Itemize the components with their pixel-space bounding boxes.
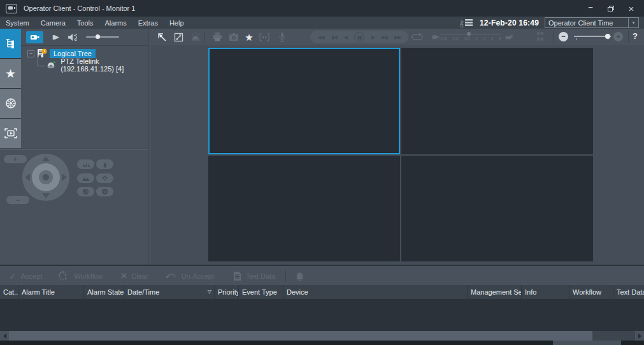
- play-reverse-button[interactable]: ◀: [344, 34, 347, 40]
- column-category[interactable]: Cat...: [0, 285, 18, 299]
- restore-layout-button[interactable]: [154, 30, 169, 44]
- help-button[interactable]: ?: [633, 31, 638, 41]
- ptz-joystick-knob[interactable]: [39, 170, 53, 184]
- fast-forward-button[interactable]: ▶▶: [394, 34, 401, 40]
- scroll-left-button[interactable]: [0, 331, 9, 341]
- close-button[interactable]: ×: [621, 0, 641, 17]
- ptz-zoom-wide-button[interactable]: [77, 159, 94, 169]
- volume-slider[interactable]: [86, 34, 119, 40]
- pause-button[interactable]: ▮▮: [354, 32, 364, 42]
- playback-speed-slider[interactable]: 1/81/41/21248: [431, 31, 513, 43]
- accept-alarm-button[interactable]: ✓ Accept: [9, 272, 42, 281]
- fewer-panes-button[interactable]: −: [559, 32, 568, 41]
- time-source-dropdown[interactable]: Operator Client Time ▾: [545, 17, 639, 28]
- column-management-server[interactable]: Management Server: [467, 285, 521, 299]
- ptz-focus-near-button[interactable]: [96, 173, 113, 183]
- step-forward-button[interactable]: ▶▮: [382, 34, 387, 40]
- rewind-button[interactable]: ◀◀: [318, 34, 324, 40]
- photo-camera-icon: [228, 33, 240, 41]
- close-all-panes-button[interactable]: ××××: [533, 31, 547, 42]
- menu-tools[interactable]: Tools: [71, 19, 99, 27]
- column-device[interactable]: Device: [283, 285, 467, 299]
- scroll-right-button[interactable]: [635, 331, 644, 341]
- triangle-left-icon: [3, 334, 6, 339]
- ptz-focus-far-button[interactable]: [77, 173, 94, 183]
- tab-favorites[interactable]: ★: [0, 59, 21, 88]
- camera-icon: [30, 34, 40, 41]
- ptz-joystick[interactable]: [22, 154, 69, 201]
- instant-playback-icon[interactable]: ▮▶: [52, 34, 59, 40]
- image-pane-3[interactable]: [208, 156, 400, 262]
- tab-image-pane[interactable]: [0, 119, 21, 148]
- menu-extras[interactable]: Extras: [132, 19, 164, 27]
- rabbit-icon: [504, 34, 513, 40]
- workflow-button[interactable]: Workflow: [57, 270, 103, 281]
- menu-system[interactable]: System: [0, 19, 35, 27]
- alarm-siren-button[interactable]: [188, 30, 203, 44]
- document-icon: [233, 271, 241, 281]
- snapshot-button[interactable]: [226, 30, 241, 44]
- menu-alarms[interactable]: Alarms: [99, 19, 132, 27]
- menu-camera[interactable]: Camera: [35, 19, 71, 27]
- loop-icon: [411, 33, 424, 41]
- unaccept-alarm-button[interactable]: Un-Accept: [165, 272, 214, 280]
- tree-root-label[interactable]: Logical Tree: [50, 49, 96, 58]
- reference-image-button[interactable]: [257, 30, 272, 44]
- restore-button[interactable]: [601, 0, 621, 17]
- column-event-type[interactable]: Event Type: [238, 285, 283, 299]
- image-pane-4[interactable]: [401, 156, 593, 262]
- column-text-data[interactable]: Text Data: [613, 285, 644, 299]
- favorite-button[interactable]: ★: [241, 30, 257, 44]
- print-button[interactable]: [210, 30, 225, 44]
- ptz-up-arrow[interactable]: [42, 156, 50, 161]
- ptz-left-arrow[interactable]: [25, 173, 30, 181]
- image-pane-2[interactable]: [401, 48, 593, 154]
- column-info[interactable]: Info: [521, 285, 569, 299]
- pane-count-slider[interactable]: [574, 33, 611, 41]
- tree-device-row[interactable]: PTZ Telelink (192.168.41.125) [4]: [21, 59, 148, 71]
- minimize-button[interactable]: –: [580, 0, 601, 17]
- tab-bookmarks[interactable]: [0, 89, 21, 118]
- sort-filter-icon[interactable]: ▽: [208, 289, 211, 295]
- clear-alarm-button[interactable]: × Clear: [120, 272, 148, 281]
- maximize-pane-button[interactable]: [171, 30, 186, 44]
- column-priority[interactable]: Priority: [214, 285, 238, 299]
- ptz-zoom-tele-button[interactable]: [96, 159, 113, 169]
- tree-icon: [102, 161, 108, 168]
- live-video-button[interactable]: [26, 31, 43, 43]
- date-time-display: 12-Feb-20 16:49: [480, 18, 539, 27]
- collapse-toggle[interactable]: −: [27, 50, 34, 57]
- microphone-button[interactable]: [275, 30, 290, 44]
- image-pane-1-selected[interactable]: [208, 48, 400, 154]
- check-icon: ✓: [9, 272, 17, 281]
- chevron-down-icon[interactable]: ▾: [628, 18, 638, 27]
- horizontal-scrollbar[interactable]: [0, 331, 644, 341]
- volume-slider-handle[interactable]: [96, 34, 100, 39]
- column-alarm-state[interactable]: Alarm State: [83, 285, 124, 299]
- text-data-button[interactable]: Text Data: [233, 271, 275, 281]
- scrollbar-thumb[interactable]: [9, 331, 592, 341]
- more-panes-button[interactable]: +: [613, 32, 623, 41]
- column-workflow[interactable]: Workflow: [569, 285, 613, 299]
- alarm-bell-button[interactable]: [295, 271, 304, 281]
- triangle-right-icon: [638, 334, 641, 339]
- tab-logical-tree[interactable]: [0, 29, 21, 58]
- pane-count-slider-handle[interactable]: [605, 34, 610, 39]
- ptz-down-arrow[interactable]: [42, 193, 50, 198]
- ptz-iris-open-button[interactable]: [96, 187, 113, 196]
- column-date-time[interactable]: Date/Time▽: [124, 285, 214, 299]
- play-button[interactable]: ▶: [371, 34, 375, 40]
- tree-device-label[interactable]: PTZ Telelink (192.168.41.125) [4]: [61, 57, 148, 73]
- audio-icon[interactable]: [68, 33, 77, 41]
- tree-toolbar: ▮▶: [21, 29, 148, 46]
- alarm-list-body[interactable]: [0, 299, 644, 331]
- iris-closed-icon: [82, 188, 89, 195]
- loop-playback-button[interactable]: [410, 30, 425, 44]
- ptz-right-arrow[interactable]: [62, 173, 67, 181]
- menu-help[interactable]: Help: [164, 19, 190, 27]
- column-alarm-title[interactable]: Alarm Title: [18, 285, 83, 299]
- step-back-button[interactable]: ▮◀: [331, 34, 337, 40]
- ptz-iris-close-button[interactable]: [77, 187, 94, 196]
- brackets-arrows-icon: [259, 33, 270, 42]
- operator-client-window: Operator Client - Control - Monitor 1 – …: [0, 0, 644, 345]
